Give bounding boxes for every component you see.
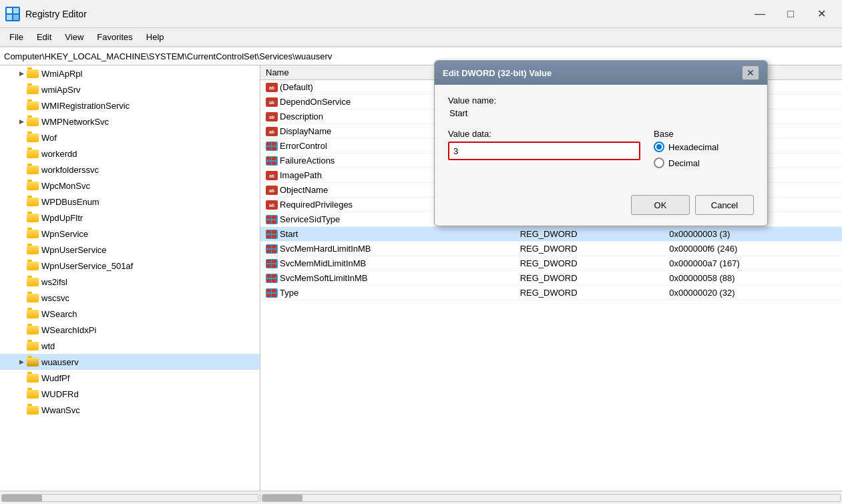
dialog-footer: OK Cancel [435, 190, 767, 226]
dialog-title: Edit DWORD (32-bit) Value [443, 68, 742, 78]
dialog-close-button[interactable]: ✕ [742, 65, 759, 80]
dialog-title-bar: Edit DWORD (32-bit) Value ✕ [435, 61, 767, 85]
ok-button[interactable]: OK [631, 195, 690, 215]
value-data-label: Value data: [448, 129, 640, 139]
value-data-input[interactable] [448, 142, 640, 160]
dec-radio-text: Decimal [668, 158, 700, 168]
dialog-overlay: Edit DWORD (32-bit) Value ✕ Value name: … [0, 0, 842, 504]
edit-dword-dialog: Edit DWORD (32-bit) Value ✕ Value name: … [434, 60, 768, 226]
hex-radio-label[interactable]: Hexadecimal [654, 142, 754, 152]
base-label: Base [654, 129, 754, 139]
value-data-section: Value data: [448, 129, 640, 168]
cancel-button[interactable]: Cancel [695, 195, 754, 215]
dialog-body: Value name: Start Value data: Base Hexad… [435, 85, 767, 190]
hex-radio-button[interactable] [654, 142, 664, 152]
base-section: Base Hexadecimal Decimal [654, 129, 754, 168]
value-name-label: Value name: [448, 95, 754, 105]
value-name-display: Start [448, 108, 754, 118]
hex-radio-text: Hexadecimal [668, 142, 718, 152]
base-radio-group: Hexadecimal Decimal [654, 142, 754, 168]
dec-radio-label[interactable]: Decimal [654, 158, 754, 168]
dec-radio-button[interactable] [654, 158, 664, 168]
arrow-annotation [434, 194, 441, 221]
dialog-input-row: Value data: Base Hexadecimal Decimal [448, 129, 754, 168]
